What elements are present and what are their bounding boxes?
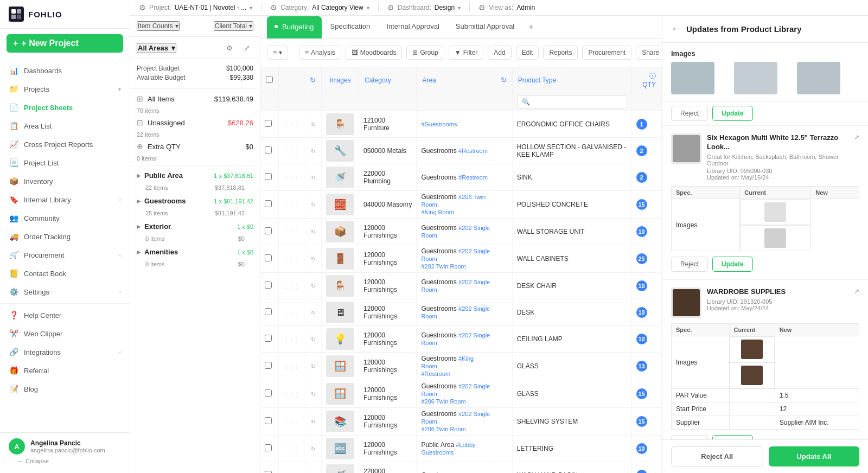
row-checkbox[interactable] (265, 362, 272, 369)
drag-handle[interactable]: ⋮⋮⋮ (283, 336, 299, 342)
sidebar-item-integrations[interactable]: 🔗 Integrations ‹ (0, 343, 130, 361)
select-all-checkbox[interactable] (266, 76, 273, 83)
product-image: 🚿 (326, 464, 354, 473)
moodboards-button[interactable]: 🖼 Moodboards (346, 46, 403, 60)
new-col-header: New (811, 186, 859, 199)
new-project-button[interactable]: + + New Project (7, 34, 123, 53)
sidebar-item-web-clipper[interactable]: ✂️ Web Clipper (0, 324, 130, 343)
add-button[interactable]: Add (488, 46, 511, 60)
collapse-button[interactable]: ← Collapse (9, 455, 121, 468)
group-button[interactable]: ⊞ Group (406, 46, 444, 60)
supplier-new: Supplier AIM Inc. (775, 416, 859, 430)
gear-icon-3: ⚙ (387, 3, 394, 12)
sidebar-item-area-list[interactable]: 📋 Area List (0, 117, 130, 135)
row-checkbox[interactable] (265, 308, 272, 315)
product-type-search[interactable] (517, 95, 627, 108)
sidebar-item-procurement[interactable]: 🛒 Procurement ‹ (0, 246, 130, 264)
drag-handle[interactable]: ⋮⋮⋮ (283, 256, 299, 262)
all-areas-button[interactable]: All Areas ▾ (137, 43, 176, 53)
filter-button[interactable]: ▼ Filter (449, 46, 484, 60)
reject-all-button[interactable]: Reject All (671, 446, 763, 466)
settings-areas-button[interactable]: ⚙ (223, 41, 236, 54)
external-link-icon-1[interactable]: ↗ (854, 133, 859, 141)
drag-handle[interactable]: ⋮⋮⋮ (283, 229, 299, 235)
row-checkbox[interactable] (265, 282, 272, 289)
dashboard-selector[interactable]: ⚙ Dashboard: Design ▾ (387, 3, 461, 12)
row-checkbox[interactable] (265, 227, 272, 234)
area-amenities[interactable]: ▶ Amenities 1 x $0 (130, 244, 260, 260)
list-icon: ≡ (273, 49, 277, 56)
analysis-button[interactable]: ≡ Analysis (299, 46, 341, 60)
sidebar-item-inventory[interactable]: 📦 Inventory (0, 172, 130, 190)
unassigned-row[interactable]: ⊡ Unassigned $628.26 (130, 115, 260, 130)
update-all-button[interactable]: Update All (769, 446, 860, 466)
drag-handle[interactable]: ⋮⋮⋮ (283, 122, 299, 127)
share-button[interactable]: Share (636, 46, 662, 60)
row-checkbox[interactable] (265, 146, 272, 154)
drag-handle[interactable]: ⋮⋮⋮ (283, 175, 299, 181)
sidebar-item-projects[interactable]: 📁 Projects ▾ (0, 80, 130, 98)
drag-handle[interactable]: ⋮⋮⋮ (283, 202, 299, 208)
edit-button[interactable]: Edit (516, 46, 539, 60)
row-checkbox[interactable] (265, 335, 272, 342)
tab-submittal-approval[interactable]: Submittal Approval (448, 16, 522, 38)
procurement-button[interactable]: Procurement (582, 46, 631, 60)
external-link-icon-2[interactable]: ↗ (854, 287, 859, 295)
project-list-icon: 📃 (9, 158, 18, 168)
reject-btn-item-1[interactable]: Reject (671, 257, 708, 272)
sidebar-item-settings[interactable]: ⚙️ Settings ‹ (0, 283, 130, 301)
expand-areas-button[interactable]: ⤢ (240, 41, 253, 54)
sidebar-item-project-sheets[interactable]: 📄 Project Sheets (0, 98, 130, 117)
drag-handle[interactable]: ⋮⋮⋮ (283, 283, 299, 289)
sidebar-item-order-tracking[interactable]: 🚚 Order Tracking (0, 227, 130, 246)
refresh-icon[interactable]: ↻ (310, 76, 316, 84)
add-tab-button[interactable]: + (523, 18, 539, 36)
row-checkbox[interactable] (265, 120, 272, 127)
row-checkbox[interactable] (265, 417, 272, 424)
drag-handle[interactable]: ⋮⋮⋮ (283, 310, 299, 316)
table-header-row: ↻ Images Category Area ↻ Product Type ⓘ … (260, 67, 662, 93)
sidebar-item-project-list[interactable]: 📃 Project List (0, 154, 130, 172)
row-checkbox[interactable] (265, 471, 272, 473)
sidebar-item-dashboards[interactable]: 📊 Dashboards (0, 61, 130, 80)
update-title-1: Six Hexagon Multi White 12.5" Terrazzo L… (707, 133, 848, 152)
drag-handle[interactable]: ⋮⋮⋮ (283, 363, 299, 369)
sidebar-item-contact-book[interactable]: 📒 Contact Book (0, 264, 130, 283)
update-button-1[interactable]: Update (712, 106, 753, 121)
reject-button-1[interactable]: Reject (671, 106, 708, 121)
drag-handle[interactable]: ⋮⋮⋮ (283, 446, 299, 452)
sidebar-item-internal-library[interactable]: 🔖 Internal Library ‹ (0, 190, 130, 209)
tab-internal-approval[interactable]: Internal Approval (379, 16, 447, 38)
tab-specification[interactable]: Specification (323, 16, 378, 38)
drag-handle[interactable]: ⋮⋮⋮ (283, 419, 299, 425)
item-counts-button[interactable]: Item Counts ▾ (137, 21, 180, 31)
drag-handle[interactable]: ⋮⋮⋮ (283, 148, 299, 154)
row-checkbox[interactable] (265, 254, 272, 261)
view-selector[interactable]: ⚙ View as: Admin (478, 3, 535, 12)
area-exterior[interactable]: ▶ Exterior 1 x $0 (130, 219, 260, 234)
category-selector[interactable]: ⚙ Category: All Category View ▾ (270, 3, 369, 12)
row-checkbox[interactable] (265, 444, 272, 451)
middle-panel: Budgeting Specification Internal Approva… (260, 16, 662, 473)
row-checkbox[interactable] (265, 200, 272, 207)
row-checkbox[interactable] (265, 173, 272, 180)
reports-button[interactable]: Reports (543, 46, 578, 60)
tab-budgeting[interactable]: Budgeting (267, 16, 322, 39)
all-items-row[interactable]: ⊞ All Items $119,638.49 (130, 91, 260, 106)
area-public[interactable]: ▶ Public Area 1 x $37,818.81 (130, 168, 260, 183)
drag-handle[interactable]: ⋮⋮⋮ (283, 391, 299, 397)
view-toggle-button[interactable]: ≡ ▾ (267, 46, 288, 60)
sidebar-item-cross-project-reports[interactable]: 📈 Cross Project Reports (0, 135, 130, 154)
project-selector[interactable]: ⚙ Project: UAE-NT-01 | Novotel - ... ▾ (139, 3, 252, 12)
extra-qty-row[interactable]: ⊕ Extra QTY $0 (130, 139, 260, 154)
sidebar-item-blog[interactable]: 📝 Blog (0, 380, 130, 398)
area-guestrooms[interactable]: ▶ Guestrooms 1 x $81,191.42 (130, 193, 260, 209)
row-checkbox[interactable] (265, 389, 272, 397)
sidebar-item-referral[interactable]: 🎁 Referral (0, 361, 130, 380)
update-btn-item-1[interactable]: Update (712, 257, 753, 272)
client-total-button[interactable]: Client Total ▾ (214, 21, 253, 31)
sidebar-item-help-center[interactable]: ❓ Help Center (0, 306, 130, 324)
sidebar-item-community[interactable]: 👥 Community (0, 209, 130, 227)
back-button[interactable]: ← (671, 23, 681, 35)
logo-area: FOHLIO (0, 0, 130, 29)
